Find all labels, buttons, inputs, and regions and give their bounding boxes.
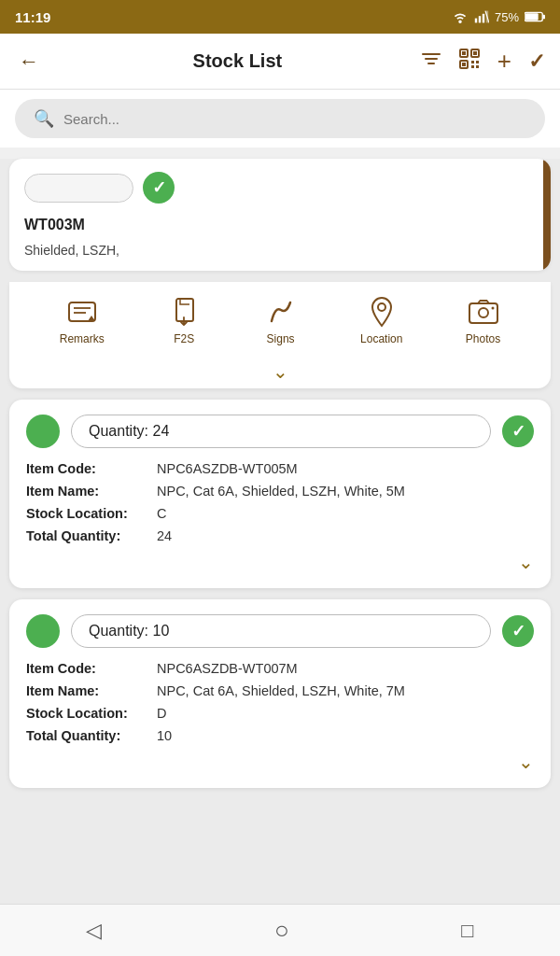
card-1-top-row: Quantity: 24 ✓ [26,415,534,448]
card-1-item-code-value: NPC6ASZDB-WT005M [157,461,298,476]
signal-icon [474,10,489,23]
card-2-item-code-value: NPC6ASZDB-WT007M [157,661,298,676]
svg-rect-0 [475,19,477,23]
stock-card-2: Quantity: 10 ✓ Item Code: NPC6ASZDB-WT00… [9,599,551,788]
location-label: Location [360,332,402,345]
status-icons: 75% [452,10,545,24]
status-bar: 11:19 75% [0,0,560,34]
partial-pill [24,174,133,203]
card-2-quantity-label: Quantity: [89,623,148,639]
search-input[interactable] [63,111,526,127]
svg-rect-24 [176,299,193,321]
card-2-item-name-field: Item Name: NPC, Cat 6A, Shielded, LSZH, … [26,683,534,698]
card-1-stock-location-label: Stock Location: [26,506,157,521]
nav-back-icon[interactable]: ◁ [86,919,102,943]
svg-rect-18 [476,61,479,63]
partial-code: WT003M [24,217,528,233]
page-title: Stock List [54,50,421,72]
svg-rect-26 [469,303,497,323]
brown-divider [543,159,551,271]
svg-point-25 [378,303,385,311]
card-1-item-code-field: Item Code: NPC6ASZDB-WT005M [26,461,534,476]
card-1-status-dot [26,415,60,448]
svg-rect-19 [471,65,474,68]
partial-name: Shielded, LSZH, [24,243,528,258]
svg-point-28 [491,307,494,310]
card-2-quantity-value: 10 [152,623,169,639]
top-nav: ← Stock List + [0,34,560,90]
photos-action[interactable]: Photos [466,295,500,345]
card-1-quantity-value: 24 [152,423,169,439]
card-2-status-dot [26,614,60,648]
card-1-total-quantity-field: Total Quantity: 24 [26,528,534,543]
battery-icon [525,11,545,22]
nav-recents-icon[interactable]: □ [461,919,473,943]
card-2-total-quantity-field: Total Quantity: 10 [26,728,534,743]
svg-rect-17 [471,61,474,63]
svg-rect-1 [479,16,481,22]
signs-label: Signs [267,332,295,345]
card-2-item-name-value: NPC, Cat 6A, Shielded, LSZH, White, 7M [157,683,405,698]
partial-card-top: ✓ [24,172,528,204]
filter-icon[interactable] [421,50,441,72]
nav-home-icon[interactable]: ○ [274,916,289,945]
svg-rect-7 [525,13,539,20]
f2s-label: F2S [174,332,194,345]
card-1-total-quantity-label: Total Quantity: [26,528,157,543]
card-1-check[interactable]: ✓ [502,415,534,447]
signs-action[interactable]: Signs [264,295,298,345]
card-2-expand[interactable]: ⌄ [26,751,534,773]
card-1-total-quantity-value: 24 [157,528,172,543]
status-time: 11:19 [15,9,50,25]
card-2-total-quantity-value: 10 [157,728,172,743]
svg-rect-12 [462,51,466,55]
confirm-icon[interactable]: ✓ [528,49,545,74]
f2s-icon [167,295,201,329]
search-bar[interactable]: 🔍 [15,99,545,138]
remarks-action[interactable]: Remarks [60,295,105,345]
back-button[interactable]: ← [15,46,43,77]
card-2-stock-location-field: Stock Location: D [26,706,534,721]
card-2-item-name-label: Item Name: [26,683,157,698]
photos-label: Photos [466,332,500,345]
card-1-quantity-label: Quantity: [89,423,148,439]
card-1-item-code-label: Item Code: [26,461,157,476]
wifi-icon [452,10,469,23]
action-icons-row: Remarks F2S [9,282,551,355]
remarks-label: Remarks [60,332,105,345]
card-1-stock-location-value: C [157,506,166,521]
content-area: ✓ WT003M Shielded, LSZH, Remarks [0,159,560,906]
location-icon [365,295,399,329]
svg-rect-20 [476,65,479,68]
card-2-item-code-label: Item Code: [26,661,157,676]
f2s-action[interactable]: F2S [167,295,201,345]
partial-check[interactable]: ✓ [143,172,175,204]
svg-rect-2 [483,14,484,23]
card-2-quantity-pill[interactable]: Quantity: 10 [71,614,491,648]
card-1-stock-location-field: Stock Location: C [26,506,534,521]
bottom-nav: ◁ ○ □ [0,904,560,956]
battery-text: 75% [495,10,519,24]
svg-rect-6 [542,15,545,20]
svg-point-27 [479,308,488,317]
action-bar: Remarks F2S [9,282,551,388]
signs-icon [264,295,298,329]
qr-icon[interactable] [458,48,481,75]
card-2-stock-location-value: D [157,706,166,721]
remarks-icon [65,295,99,329]
card-2-stock-location-label: Stock Location: [26,706,157,721]
svg-rect-14 [473,51,477,55]
card-2-total-quantity-label: Total Quantity: [26,728,157,743]
card-1-item-name-field: Item Name: NPC, Cat 6A, Shielded, LSZH, … [26,484,534,499]
add-icon[interactable]: + [497,47,511,76]
partial-card-expand[interactable]: ⌄ [9,355,551,388]
svg-rect-16 [462,63,466,66]
nav-actions: + ✓ [421,47,545,76]
card-1-item-name-value: NPC, Cat 6A, Shielded, LSZH, White, 5M [157,484,405,499]
card-1-quantity-pill[interactable]: Quantity: 24 [71,415,491,448]
card-1-expand[interactable]: ⌄ [26,551,534,573]
card-2-check[interactable]: ✓ [502,615,534,647]
card-2-top-row: Quantity: 10 ✓ [26,614,534,648]
location-action[interactable]: Location [360,295,402,345]
photos-icon [467,295,500,329]
